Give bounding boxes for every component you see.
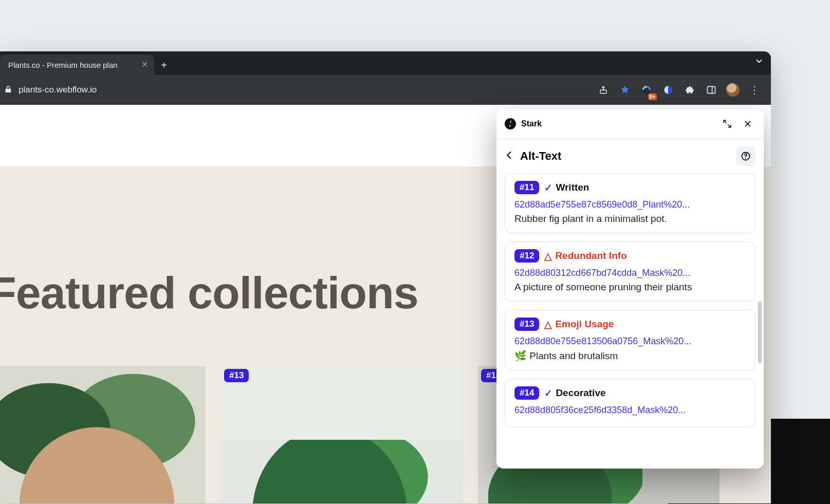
file-link[interactable]: 62d88d805f36ce25f6d3358d_Mask%20... xyxy=(514,405,746,416)
avatar-image xyxy=(726,83,740,97)
status-check-icon: ✓ xyxy=(544,387,552,399)
file-link[interactable]: 62d88d80e755e813506a0756_Mask%20... xyxy=(514,336,746,347)
extension-badge: 9+ xyxy=(648,94,657,100)
status-label: Written xyxy=(556,182,589,193)
stark-subheader-title: Alt-Text xyxy=(520,150,561,163)
extension-contrast-icon[interactable] xyxy=(661,83,675,97)
stark-list[interactable]: #11 ✓ Written 62d88ad5e755e87c8569e0d8_P… xyxy=(496,173,764,469)
stark-logo-icon xyxy=(505,118,516,129)
status-label: Decorative xyxy=(556,387,605,399)
browser-window: Plants.co - Premium house plan ✕ + plant… xyxy=(0,51,771,503)
new-tab-button[interactable]: + xyxy=(154,55,174,75)
svg-point-10 xyxy=(745,158,746,159)
close-tab-icon[interactable]: ✕ xyxy=(141,61,148,69)
status-label: Emoji Usage xyxy=(555,319,614,330)
item-chip: #12 xyxy=(514,249,539,263)
extensions-puzzle-icon[interactable] xyxy=(683,83,697,97)
status-badge: ✓ Decorative xyxy=(544,387,605,399)
status-badge: △ Redundant Info xyxy=(544,250,626,262)
tab-strip: Plants.co - Premium house plan ✕ + xyxy=(0,51,771,75)
back-icon[interactable] xyxy=(505,151,514,162)
profile-avatar[interactable] xyxy=(726,83,740,97)
page-heading: Featured collections xyxy=(0,267,418,319)
alt-text-value: A picture of someone pruning their plant… xyxy=(514,282,746,293)
share-icon[interactable] xyxy=(596,83,611,97)
svg-line-5 xyxy=(724,120,726,123)
extension-stark-icon[interactable]: 9+ xyxy=(639,83,654,97)
address-bar: plants-co.webflow.io 9+ xyxy=(0,75,771,105)
stark-subheader: Alt-Text xyxy=(496,139,764,173)
item-chip: #11 xyxy=(514,181,539,194)
bookmark-star-icon[interactable] xyxy=(618,83,632,97)
close-panel-icon[interactable] xyxy=(740,116,755,132)
status-badge: ✓ Written xyxy=(544,182,589,194)
stark-panel: Stark Alt-Text xyxy=(496,109,764,469)
scrollbar-thumb[interactable] xyxy=(758,302,762,363)
status-label: Redundant Info xyxy=(555,250,626,262)
svg-line-6 xyxy=(728,125,731,127)
status-warning-icon: △ xyxy=(544,319,552,330)
alt-text-item[interactable]: #12 △ Redundant Info 62d88d80312cd667bd7… xyxy=(505,241,755,302)
status-badge: △ Emoji Usage xyxy=(544,319,614,330)
stark-brand: Stark xyxy=(521,119,542,128)
svg-rect-3 xyxy=(708,86,715,93)
status-check-icon: ✓ xyxy=(544,182,552,194)
file-link[interactable]: 62d88d80312cd667bd74cdda_Mask%20... xyxy=(514,268,746,278)
alt-text-item[interactable]: #11 ✓ Written 62d88ad5e755e87c8569e0d8_P… xyxy=(505,173,755,233)
item-chip: #14 xyxy=(514,386,539,400)
minimize-icon[interactable] xyxy=(720,116,735,132)
item-chip: #13 xyxy=(514,318,539,331)
alt-text-item[interactable]: #14 ✓ Decorative 62d88d805f36ce25f6d3358… xyxy=(505,379,755,427)
tab-title: Plants.co - Premium house plan xyxy=(8,61,136,69)
help-button[interactable] xyxy=(736,146,755,166)
collection-card-1[interactable]: #12 xyxy=(0,366,206,503)
stark-header: Stark xyxy=(496,109,764,139)
kebab-menu-icon[interactable]: ⋮ xyxy=(747,83,762,97)
address-left[interactable]: plants-co.webflow.io xyxy=(0,85,97,95)
alt-text-item[interactable]: #13 △ Emoji Usage 62d88d80e755e813506a07… xyxy=(505,310,755,370)
overlay-badge-13[interactable]: #13 xyxy=(224,369,249,382)
alt-text-value: Rubber fig plant in a minimalist pot. xyxy=(514,213,746,225)
alt-text-value: 🌿 Plants and brutalism xyxy=(514,350,746,362)
lock-icon xyxy=(4,85,12,95)
tab-overflow-icon[interactable] xyxy=(754,57,764,68)
collection-card-2[interactable]: #13 xyxy=(221,366,463,503)
status-warning-icon: △ xyxy=(544,250,552,262)
side-panel-icon[interactable] xyxy=(704,83,718,97)
browser-tab-active[interactable]: Plants.co - Premium house plan ✕ xyxy=(0,54,154,75)
stage: Plants.co - Premium house plan ✕ + plant… xyxy=(0,0,830,504)
address-right: 9+ ⋮ xyxy=(596,83,765,97)
file-link[interactable]: 62d88ad5e755e87c8569e0d8_Plant%20... xyxy=(514,199,746,210)
url-text: plants-co.webflow.io xyxy=(19,85,97,95)
